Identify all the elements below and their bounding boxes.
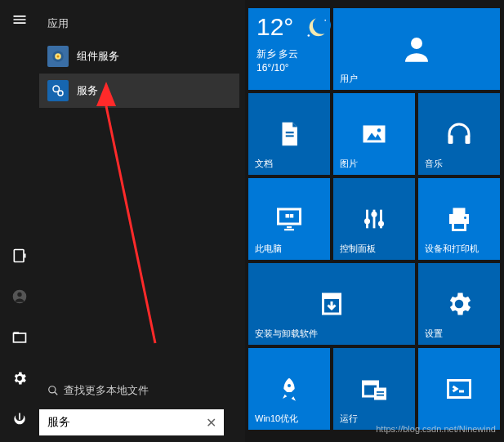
download-box-icon — [314, 287, 349, 321]
svg-rect-1 — [25, 254, 26, 258]
left-rail — [0, 0, 39, 442]
tile-label: 用户 — [340, 73, 358, 85]
sliders-icon — [357, 202, 391, 236]
power-icon[interactable] — [7, 406, 33, 432]
tile-docs[interactable]: 文档 — [248, 93, 330, 175]
tile-cmd[interactable] — [418, 348, 500, 430]
svg-point-37 — [378, 221, 384, 226]
svg-point-3 — [17, 292, 21, 297]
tile-label: 设置 — [425, 328, 443, 340]
search-more-label: 查找更多本地文件 — [64, 383, 149, 398]
svg-point-17 — [308, 34, 310, 37]
svg-point-41 — [464, 217, 466, 219]
tile-control-panel[interactable]: 控制面板 — [333, 178, 415, 260]
search-icon — [47, 385, 59, 396]
svg-point-35 — [364, 218, 370, 224]
tile-label: 安装与卸载软件 — [255, 328, 318, 340]
services-icon — [47, 80, 69, 101]
component-services-icon — [47, 46, 69, 67]
run-icon — [357, 372, 391, 406]
pictures-icon — [357, 117, 391, 151]
svg-rect-48 — [377, 391, 384, 393]
svg-rect-25 — [448, 136, 453, 145]
tiles-panel: 12° 新乡 多云 16°/10° 用户 文档 图片 音乐 — [245, 0, 504, 442]
terminal-icon — [442, 372, 476, 406]
tile-label: 运行 — [340, 413, 358, 425]
svg-rect-43 — [323, 294, 341, 299]
user-icon[interactable] — [7, 284, 33, 310]
document-icon — [272, 117, 306, 151]
file-explorer-icon[interactable] — [7, 324, 33, 350]
svg-point-44 — [288, 384, 291, 387]
tile-label: 音乐 — [425, 158, 443, 170]
rocket-icon — [272, 372, 306, 406]
svg-line-14 — [55, 392, 58, 395]
svg-rect-49 — [377, 395, 384, 396]
tablet-mode-icon[interactable] — [7, 243, 33, 269]
search-more-row[interactable]: 查找更多本地文件 — [39, 378, 239, 403]
svg-point-24 — [377, 128, 381, 132]
svg-point-36 — [371, 212, 377, 217]
svg-point-19 — [411, 38, 422, 49]
svg-rect-4 — [14, 333, 26, 342]
search-input[interactable] — [39, 416, 198, 429]
tile-weather[interactable]: 12° 新乡 多云 16°/10° — [248, 8, 330, 90]
tile-label: 此电脑 — [255, 243, 282, 255]
moon-icon — [303, 15, 331, 42]
svg-point-13 — [49, 386, 56, 393]
apps-header: 应用 — [39, 10, 239, 39]
svg-rect-31 — [290, 214, 294, 218]
monitor-icon — [272, 202, 306, 236]
app-item-label: 组件服务 — [77, 49, 119, 64]
clear-icon[interactable]: ✕ — [198, 415, 224, 431]
tile-win10-optimize[interactable]: Win10优化 — [248, 348, 330, 430]
svg-rect-38 — [453, 208, 466, 215]
svg-rect-29 — [284, 229, 294, 230]
svg-rect-20 — [286, 132, 294, 133]
svg-point-8 — [57, 56, 60, 58]
svg-point-16 — [313, 16, 331, 34]
user-tile-icon — [399, 32, 434, 66]
tile-music[interactable]: 音乐 — [418, 93, 500, 175]
tile-this-pc[interactable]: 此电脑 — [248, 178, 330, 260]
tile-label: 设备和打印机 — [425, 243, 479, 255]
tile-user[interactable]: 用户 — [333, 8, 500, 90]
svg-rect-21 — [286, 135, 294, 136]
svg-rect-28 — [287, 226, 292, 228]
tile-label: 图片 — [340, 158, 358, 170]
svg-rect-5 — [14, 332, 20, 334]
tile-install-uninstall[interactable]: 安装与卸载软件 — [248, 263, 415, 345]
svg-point-10 — [58, 91, 63, 96]
svg-rect-50 — [448, 381, 471, 398]
app-item-services[interactable]: 服务 — [39, 74, 239, 108]
tile-label: Win10优化 — [255, 413, 298, 425]
svg-rect-46 — [364, 382, 378, 386]
settings-icon[interactable] — [7, 365, 33, 391]
tile-pictures[interactable]: 图片 — [333, 93, 415, 175]
hamburger-button[interactable] — [7, 7, 33, 33]
svg-rect-30 — [286, 214, 290, 218]
search-box[interactable]: ✕ — [39, 409, 224, 435]
tile-settings[interactable]: 设置 — [418, 263, 500, 345]
app-item-label: 服务 — [77, 83, 98, 98]
apps-panel: 应用 组件服务 服务 — [39, 0, 239, 442]
app-item-component-services[interactable]: 组件服务 — [39, 39, 239, 74]
weather-temp: 12° — [256, 15, 293, 39]
svg-point-18 — [325, 20, 327, 21]
svg-rect-26 — [466, 136, 471, 145]
printer-icon — [442, 202, 476, 236]
tile-printers[interactable]: 设备和打印机 — [418, 178, 500, 260]
weather-loc: 新乡 多云 16°/10° — [256, 47, 298, 75]
svg-rect-47 — [374, 388, 386, 400]
tile-label: 文档 — [255, 158, 273, 170]
gear-icon — [442, 287, 476, 321]
tile-label: 控制面板 — [340, 243, 376, 255]
tile-run[interactable]: 运行 — [333, 348, 415, 430]
headphones-icon — [442, 117, 476, 151]
svg-rect-0 — [14, 250, 24, 262]
